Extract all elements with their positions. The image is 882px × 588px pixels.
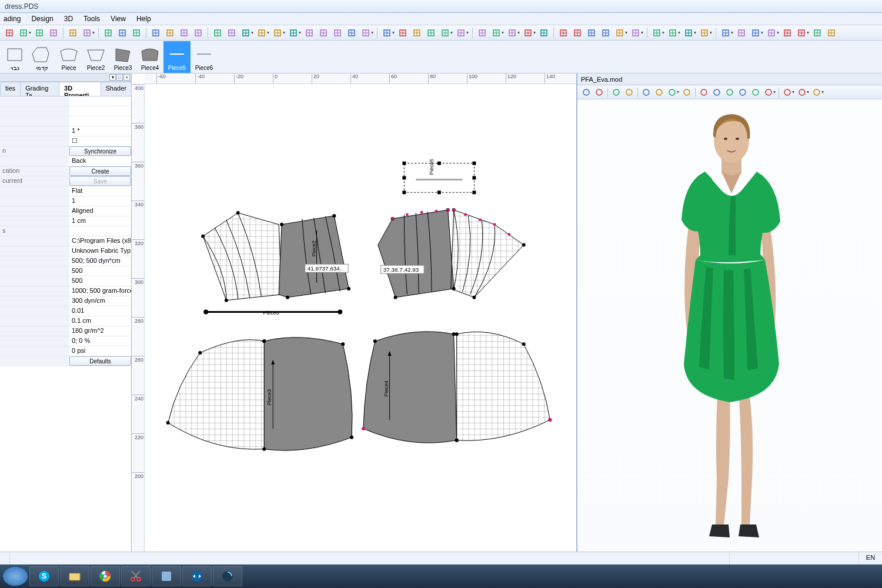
help-icon[interactable]	[192, 27, 205, 39]
house-dropdown[interactable]	[455, 27, 467, 39]
node-dropdown[interactable]	[287, 27, 300, 39]
prop-value[interactable]: 500	[69, 276, 131, 286]
piece-thumb[interactable]: Piece4	[136, 41, 163, 73]
bound-icon[interactable]	[537, 27, 550, 39]
menu-item[interactable]: View	[111, 15, 126, 23]
table-dropdown[interactable]	[439, 27, 452, 39]
cross-dropdown[interactable]	[698, 27, 711, 39]
3d-viewport[interactable]	[577, 99, 882, 552]
tag-dropdown[interactable]	[796, 87, 808, 98]
mirror-dropdown[interactable]	[613, 27, 626, 39]
piece-thumb[interactable]: Piece2	[82, 41, 109, 73]
taskbar-app-generic2[interactable]	[213, 566, 242, 586]
prop-button[interactable]: Save	[69, 176, 131, 186]
circle-dropdown[interactable]	[359, 27, 372, 39]
magic-icon[interactable]	[178, 27, 191, 39]
save-dropdown[interactable]	[17, 27, 30, 39]
prop-value[interactable]: 0; 0 %	[69, 336, 131, 346]
x-icon[interactable]	[593, 87, 605, 98]
copy-icon[interactable]	[116, 27, 129, 39]
menu-item[interactable]: Tools	[83, 15, 100, 23]
prop-value[interactable]: Aligned	[69, 206, 131, 216]
palette-icon[interactable]	[681, 87, 693, 98]
undo-dropdown[interactable]	[81, 27, 93, 39]
swap-icon[interactable]	[735, 27, 748, 39]
arc-dropdown[interactable]	[271, 27, 284, 39]
grid-icon[interactable]	[396, 27, 409, 39]
prop-button[interactable]: Defaults	[69, 356, 131, 366]
shape-icon[interactable]	[225, 27, 238, 39]
curve-dropdown[interactable]	[255, 27, 268, 39]
prop-value[interactable]	[69, 226, 131, 236]
prop-value[interactable]: 500; 500 dyn*cm	[69, 256, 131, 266]
prop-value[interactable]: 0 psi	[69, 346, 131, 356]
pin-icon[interactable]: ▾	[109, 74, 116, 81]
grid-icon[interactable]	[653, 87, 665, 98]
taskbar-app-chrome[interactable]	[91, 566, 120, 586]
target-icon[interactable]	[781, 27, 794, 39]
globe-dropdown[interactable]	[795, 27, 808, 39]
split-icon[interactable]	[640, 87, 652, 98]
num-dropdown[interactable]	[682, 27, 695, 39]
prop-value[interactable]: 1	[69, 196, 131, 206]
prop-value[interactable]: 300 dyn/cm	[69, 296, 131, 306]
pointer-icon[interactable]	[66, 27, 79, 39]
spread-dropdown[interactable]	[765, 27, 778, 39]
piece-thumb[interactable]: Piece5	[163, 41, 191, 73]
property-tab[interactable]: ties	[0, 82, 21, 96]
language-indicator[interactable]: EN	[858, 552, 882, 564]
piece-thumb[interactable]: Piece	[55, 41, 82, 73]
people-dropdown[interactable]	[763, 87, 774, 98]
prop-button[interactable]: Synchronize	[69, 146, 131, 156]
cut-icon[interactable]	[102, 27, 115, 39]
circle2-icon[interactable]	[811, 27, 824, 39]
rotate-cw-icon[interactable]	[571, 27, 584, 39]
taskbar-app-explorer[interactable]	[60, 566, 89, 586]
property-tab[interactable]: 3D Properti...	[59, 82, 101, 96]
measure-dropdown[interactable]	[380, 27, 393, 39]
prop-value[interactable]: C:\Program Files (x86	[69, 236, 131, 246]
prop-value[interactable]: Unknown Fabric Typ	[69, 246, 131, 256]
rect-icon[interactable]	[163, 27, 176, 39]
piece-thumb[interactable]: Piece3	[109, 41, 136, 73]
group-icon[interactable]	[331, 27, 344, 39]
user-dropdown[interactable]	[811, 87, 823, 98]
align-icon[interactable]	[345, 27, 358, 39]
stack-dropdown[interactable]	[522, 27, 534, 39]
prop-value[interactable]: Flat	[69, 186, 131, 196]
property-tab[interactable]: Grading Ta...	[20, 82, 59, 96]
prop-value[interactable]: 1000; 500 gram-force	[69, 286, 131, 296]
prop-value[interactable]: 0.01	[69, 306, 131, 316]
menu-item[interactable]: 3D	[64, 15, 73, 23]
taskbar-app-teamviewer[interactable]	[182, 566, 212, 586]
nodes-dropdown[interactable]	[749, 27, 762, 39]
pin-icon[interactable]: □	[116, 74, 123, 81]
paint-dropdown[interactable]	[490, 27, 503, 39]
excel-icon[interactable]	[33, 27, 46, 39]
menu-item[interactable]: ading	[4, 15, 21, 23]
screen-dropdown[interactable]	[781, 87, 793, 98]
property-tab[interactable]: Shader	[101, 82, 132, 96]
ruler-icon[interactable]	[410, 27, 423, 39]
brick-dropdown[interactable]	[666, 27, 679, 39]
prop-value[interactable]: ☐	[69, 136, 131, 146]
camera-icon[interactable]	[724, 87, 736, 98]
menu-item[interactable]: Help	[136, 15, 151, 23]
rotate-ccw-icon[interactable]	[557, 27, 570, 39]
arrow-dropdown[interactable]	[650, 27, 663, 39]
play-icon[interactable]	[623, 87, 635, 98]
back-icon[interactable]	[610, 87, 622, 98]
person-icon[interactable]	[698, 87, 710, 98]
taskbar-app-generic[interactable]	[152, 566, 181, 586]
filter-dropdown[interactable]	[719, 27, 732, 39]
start-button[interactable]	[2, 566, 28, 586]
grid2-dropdown[interactable]	[666, 87, 678, 98]
save-icon[interactable]	[3, 27, 16, 39]
prop-value[interactable]: 1 *	[69, 126, 131, 136]
pattern-canvas[interactable]: ▾ □ × -60-40-20020406080100120140 400380…	[132, 74, 576, 552]
anchor-dropdown[interactable]	[239, 27, 252, 39]
line-icon[interactable]	[211, 27, 224, 39]
snap-icon[interactable]	[303, 27, 316, 39]
piece-thumb[interactable]: גבוי	[1, 41, 28, 73]
piece-thumb[interactable]: קדמי	[28, 41, 55, 73]
